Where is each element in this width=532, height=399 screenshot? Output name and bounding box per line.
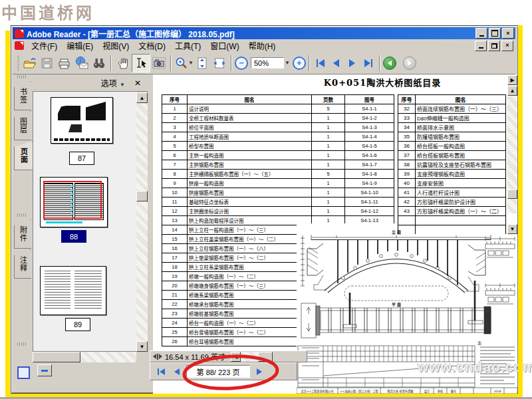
menu-item-帮助H[interactable]: 帮助(H) [244,39,281,52]
highlight-border-left [5,31,10,397]
toolbar-separator [170,55,172,71]
site-watermark-top: 中国道桥网 [1,0,94,23]
catalog-row: 5桥型布置图1S4-1-5 [162,142,394,151]
sidebar-tab-附件[interactable]: 附件 [14,219,31,249]
catalog-row: 26桥台耳墙钢筋布置图 [162,337,312,346]
splitter-icon[interactable] [153,354,162,360]
catalog-row: 3桥位平面图1S4-1-3 [162,123,394,132]
hscrollbar-thumb[interactable] [33,352,80,362]
camera-icon [152,56,166,70]
catalog-table-left-top: 序号图名页数图号1设计说明5S4-1-12全桥工程材料数量表1S4-1-23桥位… [162,94,394,225]
titleblock-cell: ××高速公路（西口大桥）工程 [340,389,378,394]
catalog-row: 11基础特征点坐标表1S4-1-11 [162,198,394,207]
panel-close-icon[interactable]: ✕ [134,78,141,88]
menu-item-视图V[interactable]: 视图(V) [98,39,134,52]
next-page-button[interactable] [344,56,360,70]
doc-close-button[interactable]: × [501,41,513,51]
scrollbar-thumb[interactable] [136,191,148,201]
menu-item-工具T[interactable]: 工具(T) [170,39,205,52]
catalog-row: 36桥台搭板一般构造图 [398,142,506,151]
hand-icon [116,56,130,70]
save-button[interactable] [39,55,56,72]
scrollbar-track[interactable] [136,103,148,341]
close-button[interactable]: × [502,28,514,39]
catalog-row: 20桥墩墩身钢筋布置图（一）～（三） [162,281,312,291]
snapshot-tool-button[interactable] [150,55,168,72]
options-menu-button[interactable]: 选项 ▼ [101,77,125,88]
scrollbar-thumb[interactable] [507,190,517,199]
page-thumbnail-88[interactable] [40,177,108,227]
scroll-up-icon[interactable]: ▲ [507,86,517,96]
next-view-button[interactable] [403,57,416,70]
page-layout-icon[interactable] [17,366,30,379]
scroll-down-icon[interactable]: ▼ [507,224,517,234]
sidebar-tab-图层[interactable]: 图层 [14,111,31,140]
catalog-row: 14拱上立柱一般构造图（一）～（三） [162,225,312,235]
page-number-label-88[interactable]: 88 [61,230,86,243]
scroll-down-icon[interactable]: ▼ [136,341,148,352]
page-number-label-87[interactable]: 87 [69,152,94,165]
select-tool-button[interactable] [132,54,150,72]
catalog-header-row: 序号图名页数图号 [162,95,394,104]
catalog-row: 32桥面连续钢筋布置图（一）～（三） [398,104,506,114]
sidebar-tab-书签[interactable]: 书签 [14,81,31,110]
first-page-status-button[interactable] [154,364,168,379]
page-number-label-89[interactable]: 89 [65,318,90,331]
pdf-page-title: K0+051陶洪大桥图纸目录 [273,76,492,88]
fit-width-button[interactable] [211,55,228,72]
menu-item-编辑E[interactable]: 编辑(E) [62,39,98,52]
catalog-row: 6主拱一般构造图1S4-1-6 [162,151,394,160]
collapse-button[interactable] [37,364,52,376]
zoom-tool-dropdown[interactable]: ▼ [188,60,194,66]
menu-item-窗口W[interactable]: 窗口(W) [205,39,243,52]
menu-item-文件F[interactable]: 文件(F) [27,39,62,52]
first-page-button[interactable] [313,56,329,70]
screenshot-root: 中国道桥网 Adobe Reader - [第一册汇总（施工图修编） 2018.… [0,0,532,399]
notes-label: 注: [477,340,483,346]
show-pane-icon[interactable]: ▶ [507,75,517,85]
pages-panel-hscrollbar[interactable] [33,352,136,362]
search-button[interactable] [90,55,108,72]
hand-tool-button[interactable] [114,55,132,72]
maximize-button[interactable] [489,28,501,39]
minimize-button[interactable] [475,28,487,39]
catalog-table-right: 序号图名32桥面连续钢筋布置图（一）～（三）33D80伸缩缝一般构造图34桥面排… [398,94,506,235]
printer-icon [57,56,72,70]
fit-page-icon [195,56,209,70]
document-scrollbar[interactable]: ▶ ▲ ▼ [507,75,517,234]
doc-minimize-button[interactable] [475,41,487,51]
open-button[interactable] [21,55,39,72]
last-page-button[interactable] [360,56,376,70]
catalog-row: 22桥墩承台钢筋布置图 [162,300,312,309]
page-thumbnail-87[interactable] [51,97,113,144]
catalog-row: 34桥面排水示意图 [398,123,506,132]
titleblock-cell: 2018 [494,390,501,393]
catalog-row: 9拱座一般构造图1S4-1-9 [162,179,394,188]
tab-group-grip [17,75,27,78]
previous-page-button[interactable] [329,56,344,70]
print-button[interactable] [56,55,73,72]
catalog-row: 41人行道栏杆设计图 [398,188,506,198]
catalog-row: 38抗震锚栓及支座垫石钢筋布置图 [398,160,506,170]
zoom-in-button[interactable]: + [293,57,306,70]
pages-panel-scrollbar[interactable]: ▲ ▼ [136,92,148,352]
app-icon [15,29,24,38]
scroll-up-icon[interactable]: ▲ [136,92,148,103]
zoom-out-button[interactable]: − [235,57,248,70]
doc-restore-button[interactable] [488,41,500,51]
previous-view-button[interactable] [383,57,396,70]
sidebar-tab-注释[interactable]: 注释 [14,249,31,279]
fit-page-button[interactable] [194,55,211,72]
sidebar-tab-页面[interactable]: 页面 [14,141,33,170]
zoom-tool-button[interactable] [174,55,188,72]
zoom-level-dropdown[interactable]: ▼ [285,60,290,66]
menu-item-文档D[interactable]: 文档(D) [134,39,170,52]
catalog-row: 15拱上立柱盖梁钢筋布置图（一）～（二） [162,235,312,244]
email-button[interactable] [73,55,90,72]
catalog-row: 40支座安装图 [398,179,506,188]
page-thumbnail-89[interactable] [40,266,106,315]
zoom-level-input[interactable]: 50% [251,57,284,68]
catalog-row: 25桥台背墙钢筋布置图（一）～（二） [162,328,312,337]
navigation-tab-strip: 书签图层页面附件注释 [13,75,33,362]
catalog-row: 10拱座钢筋布置图1S4-1-10 [162,188,394,198]
